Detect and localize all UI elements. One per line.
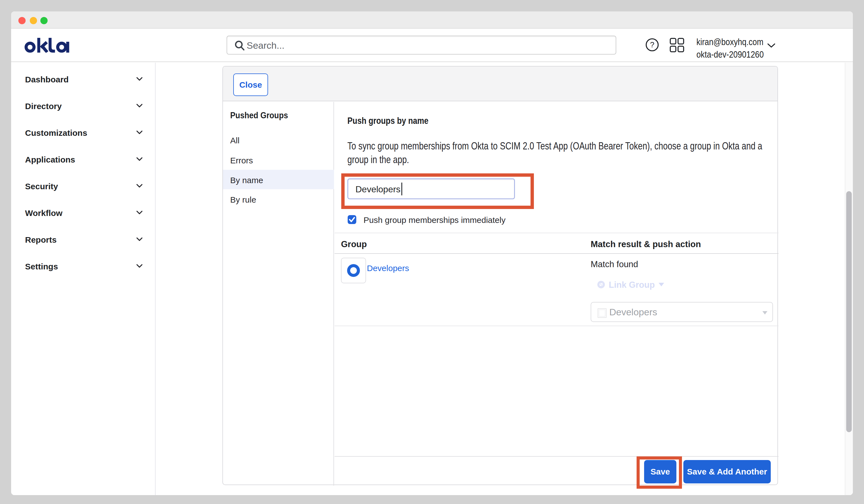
svg-text:?: ? (650, 40, 655, 49)
